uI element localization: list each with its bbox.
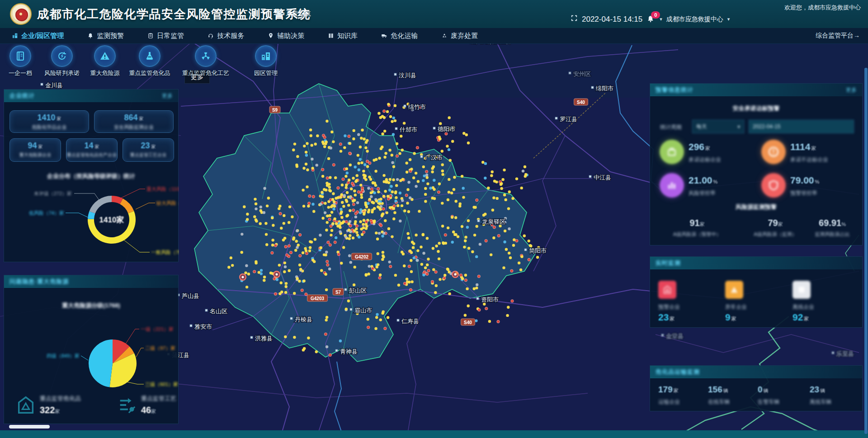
app-logo bbox=[10, 3, 32, 25]
nav-item-label: 日常监管 bbox=[157, 32, 184, 40]
date-input[interactable]: 2022-04-15 bbox=[749, 120, 854, 133]
warning-stat-icon bbox=[660, 140, 684, 164]
nav-item-5[interactable]: 知识库 bbox=[316, 28, 369, 43]
radiation-icon bbox=[200, 51, 211, 61]
sq-icon bbox=[797, 285, 807, 295]
main-nav: 企业/园区管理监测预警日常监管技术服务辅助决策知识库危化运输废弃处置 综合监管平… bbox=[0, 28, 868, 44]
transport-monitor-panel: 危化品运输监测 179家运输企业156辆在线车辆0辆告警车辆23辆离线车辆 bbox=[650, 365, 863, 411]
svg-text:仁寿县: 仁寿县 bbox=[401, 318, 419, 325]
nav-item-label: 辅助决策 bbox=[277, 32, 304, 40]
svg-text:乐至县: 乐至县 bbox=[836, 350, 854, 357]
fullscreen-icon[interactable] bbox=[571, 14, 578, 24]
archive-icon bbox=[15, 51, 26, 61]
svg-text:较大风险（160）家: 较大风险（160）家 bbox=[156, 200, 179, 206]
svg-text:四级（849）家: 四级（849）家 bbox=[47, 353, 80, 358]
grid-icon bbox=[276, 9, 283, 16]
nav-item-0[interactable]: 企业/园区管理 bbox=[0, 28, 75, 43]
nav-item-label: 知识库 bbox=[337, 32, 358, 40]
nav-item-label: 废弃处置 bbox=[451, 32, 478, 40]
flask-icon bbox=[144, 51, 155, 61]
leafb-icon bbox=[666, 146, 678, 158]
chevron-down-icon[interactable]: ▾ bbox=[660, 16, 662, 22]
notification-bell[interactable]: 0 bbox=[646, 15, 656, 24]
subnav: 一企一档风险研判承诺重大危险源重点监管危化品重点监管危化工艺园区管理 bbox=[0, 45, 316, 77]
bell-icon bbox=[87, 33, 94, 39]
subnav-item-3[interactable]: 重点监管危化品 bbox=[123, 45, 177, 77]
stat-card: 94家重大危险源企业 bbox=[9, 138, 61, 162]
warning-stat-icon bbox=[761, 173, 786, 198]
platform-link[interactable]: 综合监管平台→ bbox=[816, 32, 868, 40]
flow-icon bbox=[117, 395, 137, 415]
svg-text:龙泉驿区: 龙泉驿区 bbox=[482, 218, 505, 225]
panel-header: 危化品运输监测 bbox=[650, 366, 862, 378]
road-badge: G4203 bbox=[307, 295, 328, 301]
nav-item-7[interactable]: 废弃处置 bbox=[429, 28, 490, 43]
svg-text:安州区: 安州区 bbox=[573, 71, 591, 77]
park-icon bbox=[260, 51, 271, 61]
building-icon bbox=[12, 33, 18, 39]
svg-text:G4202: G4202 bbox=[355, 254, 368, 259]
stat-card: 1410家危险化学品企业 bbox=[9, 110, 89, 133]
svg-text:金堂县: 金堂县 bbox=[666, 333, 684, 339]
svg-text:未评级（272）家: 未评级（272）家 bbox=[34, 191, 72, 196]
subnav-item-4[interactable]: 重点监管危化工艺 bbox=[179, 45, 233, 77]
house-icon bbox=[662, 285, 672, 295]
svg-text:洪雅县: 洪雅县 bbox=[255, 335, 273, 342]
stat-card: 23家重点监管工艺企业 bbox=[123, 138, 174, 162]
alertc-icon bbox=[768, 146, 779, 158]
bars-icon bbox=[666, 179, 678, 191]
notification-badge: 0 bbox=[651, 11, 660, 19]
app-header: 成都市化工危险化学品安全风险管控监测预警系统 系统导航 欢迎您，成都市应急救援中… bbox=[0, 0, 868, 28]
nav-item-1[interactable]: 监测预警 bbox=[75, 28, 136, 43]
grid-icon bbox=[276, 9, 283, 18]
filter-label: 统计周期 bbox=[660, 123, 682, 131]
chevron-down-icon[interactable]: ▾ bbox=[727, 16, 730, 22]
warning-stat-icon bbox=[660, 173, 684, 198]
svg-text:一级（221）家: 一级（221）家 bbox=[141, 326, 174, 332]
nav-item-2[interactable]: 日常监管 bbox=[136, 28, 196, 43]
realtime-icon bbox=[725, 281, 743, 299]
svg-text:S40: S40 bbox=[577, 100, 585, 105]
svg-text:S9: S9 bbox=[272, 108, 278, 113]
org-dropdown[interactable]: 成都市应急救援中心 bbox=[666, 15, 723, 24]
svg-text:重大风险（110）家: 重大风险（110）家 bbox=[146, 186, 179, 192]
period-select[interactable]: 每天▾ bbox=[692, 120, 744, 133]
svg-text:金川县: 金川县 bbox=[45, 82, 63, 89]
datetime-text: 2022-04-15 14:15 bbox=[582, 15, 642, 24]
nav-item-6[interactable]: 危化运输 bbox=[369, 28, 429, 43]
road-badge: S40 bbox=[461, 319, 475, 325]
subnav-label: 园区管理 bbox=[239, 69, 293, 77]
bottom-bar bbox=[0, 430, 868, 438]
svg-text:青神县: 青神县 bbox=[340, 348, 358, 355]
vertical-scrollbar[interactable] bbox=[864, 68, 868, 434]
section2-title: 风险源监测预警 bbox=[650, 203, 862, 211]
warning-icon bbox=[99, 51, 110, 61]
nav-item-label: 监测预警 bbox=[97, 32, 124, 40]
nav-item-3[interactable]: 技术服务 bbox=[196, 28, 256, 43]
road-badge: S7 bbox=[333, 288, 344, 295]
svg-text:G4203: G4203 bbox=[311, 296, 324, 301]
panel-more-link[interactable]: 更多 bbox=[846, 86, 857, 94]
svg-text:眉山市: 眉山市 bbox=[354, 307, 372, 314]
system-nav-button[interactable]: 系统导航 bbox=[276, 9, 311, 18]
warning-info-panel: 预警信息统计 更多 安全承诺达标预警 统计周期 每天▾ 2022-04-15 2… bbox=[650, 83, 863, 245]
hazard-stat-0: 重点监管危化品322家 bbox=[15, 395, 81, 415]
pie-chart-title: 重大危险源分级(1768) bbox=[4, 301, 178, 310]
major-hazard-panel: 问题隐患·重大危险源 重大危险源分级(1768) 一级（221）家二级（97）家… bbox=[4, 275, 179, 424]
map-label: 龙泉驿区 bbox=[477, 218, 505, 225]
svg-text:1410家: 1410家 bbox=[99, 215, 124, 224]
chevron-down-icon: ▾ bbox=[737, 124, 740, 130]
svg-text:简阳市: 简阳市 bbox=[529, 247, 547, 254]
svg-text:芦山县: 芦山县 bbox=[182, 292, 199, 299]
realtime-icon bbox=[658, 281, 676, 299]
bottom-scrollbar[interactable] bbox=[9, 425, 50, 429]
panel-header: 预警信息统计 更多 bbox=[650, 84, 862, 96]
svg-text:绵阳市: 绵阳市 bbox=[595, 85, 613, 92]
nav-item-4[interactable]: 辅助决策 bbox=[256, 28, 316, 43]
monitor-stat-2: 69.91%监测风险源占比 bbox=[794, 218, 868, 238]
panel-more-link[interactable]: 更多 bbox=[162, 92, 173, 100]
svg-text:资阳市: 资阳市 bbox=[481, 296, 499, 303]
panel-header: 实时监测 bbox=[650, 257, 862, 269]
subnav-item-5[interactable]: 园区管理 bbox=[239, 45, 293, 77]
road-badge: G4202 bbox=[352, 253, 372, 260]
